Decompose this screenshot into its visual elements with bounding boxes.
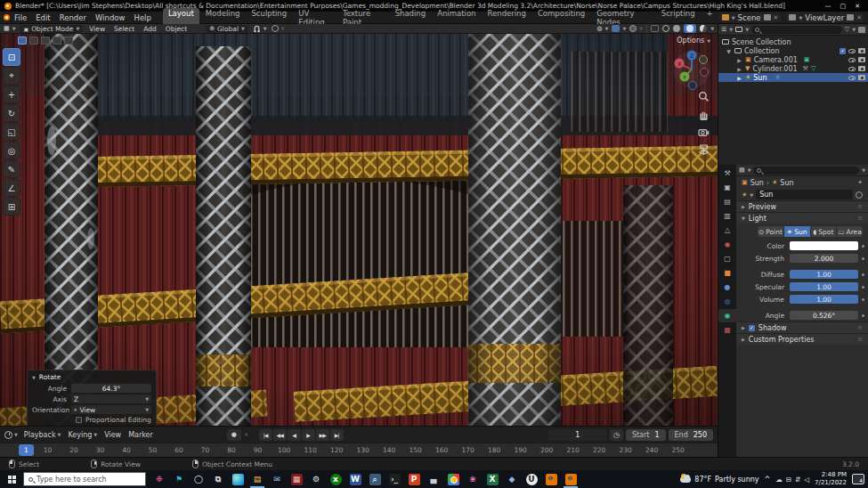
- volume-slider[interactable]: 1.00: [790, 295, 858, 304]
- camera-view-icon[interactable]: [698, 126, 710, 138]
- light-type-point[interactable]: ⊙Point: [758, 226, 783, 237]
- fake-user-icon[interactable]: [856, 191, 863, 199]
- editor-type-icon[interactable]: ▤: [739, 167, 745, 174]
- properties-tab-physics[interactable]: ◍: [718, 295, 736, 308]
- menu-help[interactable]: Help: [129, 12, 155, 23]
- light-type-spot[interactable]: ◖Spot: [811, 226, 837, 237]
- disable-render-icon[interactable]: [858, 48, 865, 53]
- hide-eye-icon[interactable]: [848, 76, 856, 80]
- taskbar-app-party-banner[interactable]: ⚑: [169, 470, 189, 488]
- breadcrumb-object[interactable]: Sun: [750, 179, 764, 187]
- viewport-menu-object[interactable]: Object: [164, 25, 189, 33]
- timeline-menu-playback[interactable]: Playback▼: [21, 431, 64, 439]
- viewport-menu-select[interactable]: Select: [112, 25, 136, 33]
- taskbar-app-photos[interactable]: ▦: [287, 470, 306, 488]
- shading-dropdown[interactable]: ▼: [710, 26, 714, 31]
- tool-measure[interactable]: ∠: [3, 179, 20, 197]
- taskbar-app-xbox[interactable]: x: [326, 470, 345, 488]
- properties-tab-render[interactable]: ▣: [718, 181, 736, 194]
- tool-rotate[interactable]: ↻: [3, 104, 20, 122]
- playhead[interactable]: 1: [19, 444, 34, 456]
- axis-dropdown[interactable]: Z▼: [71, 394, 151, 403]
- outliner-row-cylinder[interactable]: ▶ ▼ Cylinder.001 ⚒ ▽: [718, 64, 868, 73]
- weather-widget[interactable]: 87°F Partly sunny: [680, 476, 758, 484]
- outliner-row-collection[interactable]: ▼ Collection ✓: [718, 46, 868, 55]
- filter-collection-icon[interactable]: [735, 27, 742, 32]
- taskbar-app-viewer-app[interactable]: ◆: [502, 470, 522, 488]
- tray-icon-1[interactable]: ⊟: [786, 476, 791, 484]
- panel-shadow[interactable]: ▶ ✓ Shadow≡: [736, 321, 868, 333]
- minimize-button[interactable]: —: [825, 3, 831, 10]
- disable-render-icon[interactable]: [858, 57, 865, 62]
- outliner-row-sun[interactable]: ▶ ☀ Sun ☼: [718, 73, 868, 82]
- editor-widget-icon[interactable]: [18, 37, 27, 45]
- hide-eye-icon[interactable]: [848, 58, 856, 62]
- pin-icon[interactable]: ✦: [857, 179, 863, 186]
- animate-dot[interactable]: [862, 273, 864, 276]
- orientation-dropdown[interactable]: ⌖ View▼: [71, 405, 151, 414]
- taskbar-app-blender[interactable]: [541, 470, 561, 488]
- animate-dot[interactable]: [862, 286, 864, 289]
- angle-field[interactable]: 64.3°: [71, 384, 151, 393]
- zoom-icon[interactable]: [698, 91, 710, 102]
- proportional-editing-toggle[interactable]: ▼: [272, 25, 285, 32]
- viewlayer-selector[interactable]: ▼ ViewLayer ✕: [786, 12, 864, 22]
- tool-select-box[interactable]: ⊡: [3, 48, 20, 66]
- diffuse-slider[interactable]: 1.00: [790, 270, 858, 279]
- taskbar-app-edge[interactable]: [228, 470, 247, 488]
- options-dropdown[interactable]: Options▼: [677, 37, 710, 45]
- taskbar-app-paint-app[interactable]: ❀: [463, 470, 483, 488]
- viewport-menu-view[interactable]: View: [87, 25, 107, 33]
- properties-tab-data[interactable]: ◉: [718, 309, 736, 322]
- shadow-checkbox[interactable]: ✓: [749, 325, 755, 331]
- timeline-menu-keying[interactable]: Keying▼: [65, 431, 100, 439]
- tool-annotate[interactable]: ✎: [3, 160, 20, 178]
- timeline-menu-marker[interactable]: Marker: [126, 431, 156, 439]
- tool-add-cube[interactable]: ⊞: [3, 198, 20, 216]
- editor-widget-icon[interactable]: [41, 37, 50, 45]
- expander-icon[interactable]: ▼: [726, 48, 732, 54]
- transport-button-2[interactable]: ◀: [288, 429, 301, 441]
- gizmos-dropdown[interactable]: ▼: [612, 25, 626, 32]
- expander-icon[interactable]: ▶: [736, 66, 742, 72]
- taskbar-app-car-app[interactable]: ▄: [424, 470, 443, 488]
- transform-orientation[interactable]: ⊕ Global▼: [206, 25, 248, 33]
- transport-button-3[interactable]: ▶: [302, 429, 315, 441]
- light-type-sun[interactable]: ☀Sun: [784, 226, 810, 237]
- outliner-row-camera[interactable]: ▶ ▣ Camera.001 ▣: [718, 55, 868, 64]
- menu-window[interactable]: Window: [91, 12, 130, 23]
- unlink-scene-icon[interactable]: ✕: [774, 14, 779, 21]
- gizmo-z-axis[interactable]: Z: [690, 53, 694, 59]
- properties-tab-object[interactable]: ■: [718, 266, 736, 280]
- ortho-grid-icon[interactable]: [698, 144, 710, 156]
- properties-tab-scene[interactable]: △: [718, 224, 736, 237]
- tray-icon-0[interactable]: ☁: [775, 476, 783, 484]
- panel-light[interactable]: ▼ Light≡: [736, 212, 868, 224]
- shading-solid-button[interactable]: [673, 25, 680, 32]
- panel-preview[interactable]: ▶ Preview≡: [736, 200, 868, 212]
- panel-custom-properties[interactable]: ▶ Custom Properties≡: [736, 333, 868, 345]
- tool-move[interactable]: +: [3, 85, 20, 103]
- visibility-dropdown[interactable]: ◍▼: [596, 25, 608, 32]
- viewport-menu-add[interactable]: Add: [142, 25, 158, 33]
- taskbar-app-task-view[interactable]: ⧉: [208, 470, 228, 488]
- close-button[interactable]: ✕: [855, 3, 860, 10]
- current-frame-field[interactable]: 1: [548, 429, 607, 441]
- shading-material-button[interactable]: [684, 24, 696, 33]
- gizmo-neg-y-axis[interactable]: [700, 56, 708, 64]
- tray-icon-2[interactable]: ⇵: [795, 476, 800, 484]
- strength-field[interactable]: 2.000: [790, 254, 858, 263]
- light-type-area[interactable]: ▭Area: [837, 226, 863, 237]
- properties-tab-output[interactable]: ▤: [718, 195, 736, 208]
- editor-type-button[interactable]: ▦▼: [4, 25, 15, 32]
- properties-tab-constraints[interactable]: ●: [718, 281, 736, 294]
- clock-widget[interactable]: 2:48 PM 7/21/2022: [815, 471, 847, 487]
- options-icon[interactable]: ▼: [862, 167, 865, 173]
- timeline-menu-view[interactable]: View: [101, 431, 124, 439]
- transport-button-4[interactable]: ▶▶: [316, 429, 329, 441]
- gizmo-y-axis[interactable]: Y: [682, 74, 686, 80]
- auto-key-button[interactable]: ●: [227, 429, 241, 441]
- animate-dot[interactable]: [862, 298, 864, 301]
- editor-widget-icon[interactable]: [29, 37, 38, 45]
- remove-viewlayer-icon[interactable]: ✕: [856, 14, 862, 21]
